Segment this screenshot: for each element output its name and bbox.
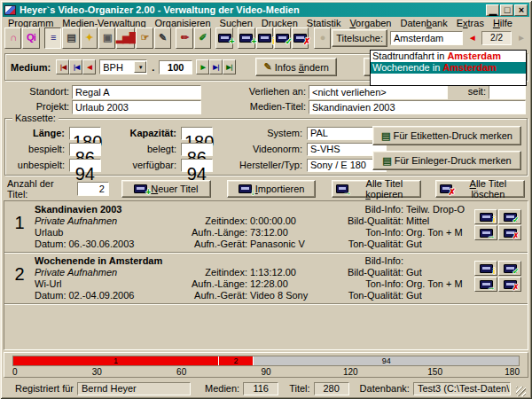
close-button[interactable]: × [514,4,528,16]
laenge-field[interactable]: 180 [69,127,101,140]
vorgaben-button[interactable]: ☞ [136,27,153,49]
resize-grip[interactable] [516,387,526,396]
etiketten-druck-button[interactable]: ▤ Für Etiketten-Druck merken [372,126,521,145]
extras-button[interactable]: ✎ [154,27,171,49]
title-check-button[interactable]: ✓ [274,27,291,49]
medium-number-input[interactable] [159,60,192,74]
medium-next-category-button[interactable]: ▶∣ [209,59,223,74]
title-info-button[interactable]: i [256,27,273,49]
aufn-geraet-value: Video 8 Sony [250,290,308,301]
neuer-titel-button[interactable]: + Neuer Titel [121,180,211,198]
search-next-button: ▶ [514,30,528,45]
aufn-geraet-label: Aufn.-Gerät: [184,290,247,301]
alle-titel-loeschen-button[interactable]: ✗ Alle Titel löschen [435,180,525,198]
search-button[interactable]: ✦ [81,27,98,49]
anzahl-label: Anzahl der Titel: [7,178,74,200]
medium-prev-button[interactable]: ◀ [82,59,96,74]
importieren-button[interactable]: ↓ Importieren [227,180,317,198]
bild-qualitaet-label: Bild-Qualität: [332,215,403,227]
row-copy-button[interactable]: → [474,225,497,240]
bild-qualitaet-value: Mittel [406,215,429,227]
datum-value: 06.-30.06.2003 [68,239,134,250]
row-info-button[interactable]: i [474,209,497,224]
titelsuche-button[interactable]: Titelsuche: [332,29,387,47]
title-info-icon: i [480,264,493,273]
add-title-icon: + [239,34,253,43]
quick-info-button[interactable]: Qi [22,27,39,49]
medium-category-select[interactable]: BPH ▼ [99,59,147,74]
registered-value: Bernd Heyer [77,382,191,395]
title-search-input[interactable] [390,31,463,45]
statusbar: Registriert für Bernd Heyer Medien: 116 … [3,380,529,396]
print-button[interactable]: ▣ [98,27,115,49]
zeitindex-value: 0:00:00.00 [250,215,296,227]
bespielt-field[interactable]: 86 [69,143,101,156]
scale-tick-label: 90 [261,367,270,377]
standort-field[interactable]: Regal A [72,85,201,99]
row-delete-button[interactable]: ✗ [498,225,521,240]
nav-prev-cat-icon: ∣◀ [73,64,79,70]
medium-prev-category-button[interactable]: ∣◀ [69,59,82,74]
belegt-field[interactable]: 86 [181,143,213,156]
projekt-label: Projekt: [7,100,69,113]
unbespielt-label: unbespielt: [11,160,69,170]
minimize-button[interactable]: ▁ [486,4,499,16]
row-info-button[interactable]: i [474,261,497,276]
add-title-button[interactable]: + [238,27,254,49]
register-button[interactable]: ▤ [62,27,79,49]
edit-button[interactable]: ✏ [176,27,192,49]
infos-aendern-button[interactable]: ✎ Infos ändern [255,58,337,76]
title-search-cluster: Titelsuche: ◀ 2/2 ▶ [332,29,528,47]
search-prev-button[interactable]: ◀ [466,30,479,45]
dropdown-arrow-icon[interactable]: ▼ [134,61,146,73]
row-copy-button[interactable]: → [474,277,497,292]
projekt-field[interactable]: Urlaub 2003 [72,100,201,114]
add-medium-button[interactable]: + [215,27,232,49]
title-genre: Private Aufnahmen [35,215,184,227]
importieren-label: Importieren [255,184,305,194]
title-info-icon: i [480,213,493,222]
medien-titel-field[interactable]: Skandinavien 2003 [309,100,526,114]
scale-tick-label: 30 [92,367,102,377]
delete-title-button[interactable]: ✗ [292,27,309,49]
title-copy-icon: → [480,280,493,289]
delete-title-icon: ✗ [504,280,517,289]
standort-label: Standort: [7,85,69,98]
medium-last-button[interactable]: ▶∣ [223,59,236,74]
scale-tick-label: 150 [427,367,442,377]
marker-button[interactable]: ✐ [194,27,211,49]
verliehen-field[interactable]: <nicht verliehen> [309,85,448,99]
kapazitaet-field[interactable]: 180 [181,127,213,140]
zeitindex-label: Zeitindex: [184,215,247,227]
media-overview-button[interactable]: ≡ [44,27,61,49]
unbespielt-field[interactable]: 94 [69,159,101,172]
seit-field[interactable] [489,85,526,99]
belegt-label: belegt: [110,144,181,154]
delete-title-icon: ✗ [440,184,452,193]
alle-titel-loeschen-label: Alle Titel löschen [456,178,520,200]
registered-label: Registriert für [15,383,74,394]
videonorm-label: Videonorm: [222,144,307,154]
title-copy-icon: → [336,184,348,193]
title-number: 2 [4,255,35,303]
search-result-item[interactable]: Stadtrundfahrt in Amsterdam [371,51,526,62]
title-row[interactable]: 1 Skandinavien 2003 Private Aufnahmen Ur… [4,201,528,253]
medium-next-button[interactable]: ▶ [196,59,209,74]
statistics-button[interactable]: ▂▅█ [116,27,135,49]
medium-first-button[interactable]: ∣◀ [56,59,69,74]
usage-segment: 2 [219,356,254,365]
alle-titel-kopieren-button[interactable]: → Alle Titel kopieren [332,180,421,198]
title-row[interactable]: 2 Wochenende in Amsterdam Private Aufnah… [4,253,528,304]
maximize-button[interactable]: □ [500,4,513,16]
search-result-item-selected[interactable]: Wochenende in Amsterdam [371,62,526,74]
row-check-button[interactable]: ✓ [498,209,521,224]
bild-qualitaet-label: Bild-Qualität: [332,267,403,278]
scale-tick-label: 60 [176,367,186,377]
einleger-druck-button[interactable]: ▤ Für Einleger-Druck merken [372,151,521,170]
etiketten-druck-label: Für Etiketten-Druck merken [393,130,512,141]
nav-prev-icon: ◀ [88,64,91,70]
row-check-button[interactable]: ✓ [498,261,521,276]
exit-button[interactable]: ∩ [4,27,21,49]
row-delete-button[interactable]: ✗ [498,277,521,292]
verfuegbar-field[interactable]: 94 [181,159,213,172]
